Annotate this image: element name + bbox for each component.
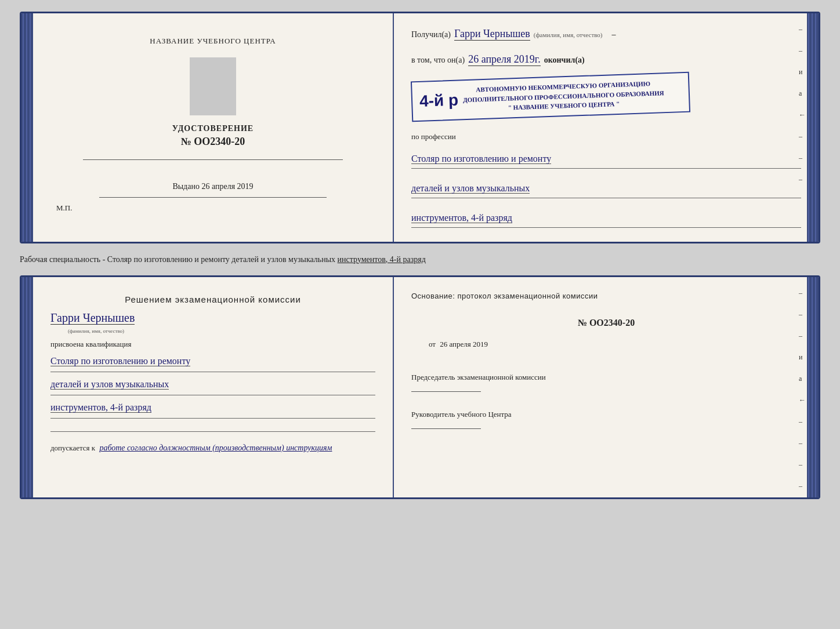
stamp-box: 4-й р АВТОНОМНУЮ НЕКОММЕРЧЕСКУЮ ОРГАНИЗА… xyxy=(411,72,690,122)
completed-label: окончил(а) xyxy=(544,56,585,65)
caption-text: Рабочая специальность - Столяр по изгото… xyxy=(20,255,426,264)
training-center-title: НАЗВАНИЕ УЧЕБНОГО ЦЕНТРА xyxy=(150,37,276,46)
commission-title: Решением экзаменационной комиссии xyxy=(50,294,375,304)
in-that-label: в том, что он(а) xyxy=(411,56,465,65)
bottom-document: Решением экзаменационной комиссии Гарри … xyxy=(20,275,820,499)
issued-label: Выдано xyxy=(172,182,200,191)
protocol-number: № OO2340-20 xyxy=(411,318,801,328)
mark-dash3: – xyxy=(799,132,806,141)
mark-i: и xyxy=(799,68,806,77)
qual-line3: инструментов, 4-й разряд xyxy=(50,402,151,413)
fio-sublabel-bottom: (фамилия, имя, отчество) xyxy=(68,328,124,334)
issued-date: 26 апреля 2019 xyxy=(201,182,253,191)
stamp-number: 4-й р xyxy=(419,90,459,110)
mark-a: а xyxy=(799,89,806,98)
cert-title: УДОСТОВЕРЕНИЕ xyxy=(172,124,254,133)
by-profession-label: по профессии xyxy=(411,132,801,141)
top-left-page: НАЗВАНИЕ УЧЕБНОГО ЦЕНТРА УДОСТОВЕРЕНИЕ №… xyxy=(21,13,394,242)
mark-dash5: – xyxy=(799,175,806,184)
assigned-label: присвоена квалификация xyxy=(50,340,375,349)
chairman-block: Председатель экзаменационной комиссии xyxy=(411,372,801,395)
top-right-page: Получил(а) Гарри Чернышев (фамилия, имя,… xyxy=(394,13,819,242)
recipient-name: Гарри Чернышев xyxy=(454,28,530,41)
bottom-left-page: Решением экзаменационной комиссии Гарри … xyxy=(21,277,394,497)
fio-sublabel-top: (фамилия, имя, отчество) xyxy=(534,31,603,38)
mark-dash1: – xyxy=(799,25,806,34)
from-label: от xyxy=(429,340,436,348)
right-spine-bottom xyxy=(807,277,819,497)
profession-line2: деталей и узлов музыкальных xyxy=(411,183,530,194)
basis-text: Основание: протокол экзаменационной коми… xyxy=(411,292,801,300)
director-block: Руководитель учебного Центра xyxy=(411,409,801,432)
person-name-bottom: Гарри Чернышев xyxy=(50,311,135,325)
profession-line1: Столяр по изготовлению и ремонту xyxy=(411,154,551,164)
issued-line: Выдано 26 апреля 2019 xyxy=(172,182,253,191)
mark-arrow: ← xyxy=(799,111,806,119)
from-date: 26 апреля 2019 xyxy=(440,340,488,348)
mp-label: М.П. xyxy=(56,203,72,213)
chairman-title: Председатель экзаменационной комиссии xyxy=(411,372,801,383)
received-label: Получил(а) xyxy=(411,30,451,39)
caption: Рабочая специальность - Столяр по изгото… xyxy=(20,254,820,266)
allowed-text: работе согласно должностным (производств… xyxy=(99,443,332,452)
photo-placeholder xyxy=(190,57,236,115)
director-title: Руководитель учебного Центра xyxy=(411,410,512,419)
allowed-block: допускается к работе согласно должностны… xyxy=(50,443,375,453)
right-edge-marks-bottom: – – – и а ← – – – – xyxy=(799,289,806,490)
person-name-block: Гарри Чернышев (фамилия, имя, отчество) xyxy=(50,311,375,335)
bottom-right-page: Основание: протокол экзаменационной коми… xyxy=(394,277,819,497)
profession-line3: инструментов, 4-й разряд xyxy=(411,213,512,223)
right-edge-marks: – – и а ← – – – xyxy=(799,25,806,184)
completed-date: 26 апреля 2019г. xyxy=(468,53,541,66)
right-spine-top xyxy=(807,13,819,242)
mark-dash2: – xyxy=(799,46,806,55)
allowed-label: допускается к xyxy=(50,443,95,452)
director-signature-line xyxy=(411,428,481,429)
top-document: НАЗВАНИЕ УЧЕБНОГО ЦЕНТРА УДОСТОВЕРЕНИЕ №… xyxy=(20,12,820,243)
protocol-date: от 26 апреля 2019 xyxy=(429,340,801,349)
qual-line1: Столяр по изготовлению и ремонту xyxy=(50,356,190,366)
mark-dash4: – xyxy=(799,154,806,162)
cert-number: № OO2340-20 xyxy=(181,136,245,148)
qual-line2: деталей и узлов музыкальных xyxy=(50,379,169,390)
chairman-signature-line xyxy=(411,391,481,392)
